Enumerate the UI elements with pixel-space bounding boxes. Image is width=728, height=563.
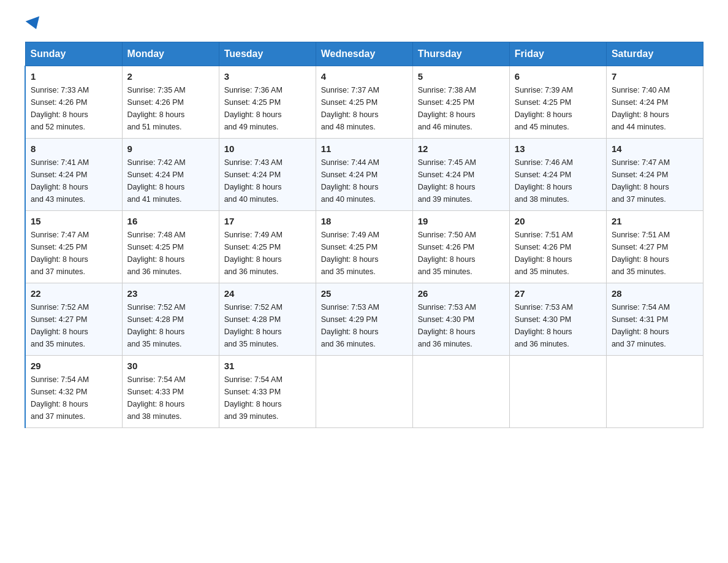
day-info: Sunrise: 7:51 AMSunset: 4:27 PMDaylight:… [612,231,670,276]
day-info: Sunrise: 7:35 AMSunset: 4:26 PMDaylight:… [127,86,186,131]
day-number: 10 [224,144,311,154]
calendar-day-cell: 10 Sunrise: 7:43 AMSunset: 4:24 PMDaylig… [219,139,316,211]
calendar-day-cell: 13 Sunrise: 7:46 AMSunset: 4:24 PMDaylig… [509,139,606,211]
day-number: 21 [612,216,698,226]
day-info: Sunrise: 7:40 AMSunset: 4:24 PMDaylight:… [612,86,670,131]
logo-blue-text [25,18,42,29]
day-info: Sunrise: 7:54 AMSunset: 4:33 PMDaylight:… [127,375,186,421]
calendar-day-cell [606,356,703,428]
day-number: 12 [418,144,504,154]
calendar-day-cell: 31 Sunrise: 7:54 AMSunset: 4:33 PMDaylig… [219,356,316,428]
day-number: 5 [418,71,504,82]
day-number: 20 [515,216,601,226]
day-info: Sunrise: 7:36 AMSunset: 4:25 PMDaylight:… [224,86,282,131]
day-info: Sunrise: 7:54 AMSunset: 4:33 PMDaylight:… [224,375,282,421]
calendar-day-cell [412,356,509,428]
calendar-day-cell: 19 Sunrise: 7:50 AMSunset: 4:26 PMDaylig… [412,211,509,283]
calendar-day-cell [316,356,412,428]
day-info: Sunrise: 7:44 AMSunset: 4:24 PMDaylight:… [321,158,379,204]
header-day: Tuesday [219,42,316,66]
calendar-week-row: 15 Sunrise: 7:47 AMSunset: 4:25 PMDaylig… [25,211,703,283]
header-day: Saturday [606,42,703,66]
header-day: Monday [122,42,219,66]
day-info: Sunrise: 7:53 AMSunset: 4:30 PMDaylight:… [418,303,476,348]
day-info: Sunrise: 7:53 AMSunset: 4:30 PMDaylight:… [515,303,573,348]
day-info: Sunrise: 7:47 AMSunset: 4:25 PMDaylight:… [31,231,89,276]
day-number: 19 [418,216,504,226]
day-number: 13 [515,144,601,154]
day-info: Sunrise: 7:45 AMSunset: 4:24 PMDaylight:… [418,158,476,204]
calendar-day-cell: 11 Sunrise: 7:44 AMSunset: 4:24 PMDaylig… [316,139,412,211]
day-number: 6 [515,71,601,82]
day-number: 14 [612,144,698,154]
calendar-day-cell: 30 Sunrise: 7:54 AMSunset: 4:33 PMDaylig… [122,356,219,428]
calendar-day-cell: 25 Sunrise: 7:53 AMSunset: 4:29 PMDaylig… [316,283,412,356]
calendar-week-row: 22 Sunrise: 7:52 AMSunset: 4:27 PMDaylig… [25,283,703,356]
calendar-day-cell: 24 Sunrise: 7:52 AMSunset: 4:28 PMDaylig… [219,283,316,356]
day-info: Sunrise: 7:51 AMSunset: 4:26 PMDaylight:… [515,231,573,276]
day-info: Sunrise: 7:33 AMSunset: 4:26 PMDaylight:… [31,86,89,131]
day-number: 3 [224,71,311,82]
header-day: Friday [509,42,606,66]
calendar-day-cell: 22 Sunrise: 7:52 AMSunset: 4:27 PMDaylig… [25,283,122,356]
page-header [25,18,703,29]
day-number: 7 [612,71,698,82]
calendar-day-cell: 15 Sunrise: 7:47 AMSunset: 4:25 PMDaylig… [25,211,122,283]
calendar-day-cell: 17 Sunrise: 7:49 AMSunset: 4:25 PMDaylig… [219,211,316,283]
day-info: Sunrise: 7:42 AMSunset: 4:24 PMDaylight:… [127,158,186,204]
calendar-day-cell: 3 Sunrise: 7:36 AMSunset: 4:25 PMDayligh… [219,66,316,139]
day-info: Sunrise: 7:41 AMSunset: 4:24 PMDaylight:… [31,158,89,204]
day-info: Sunrise: 7:49 AMSunset: 4:25 PMDaylight:… [224,231,282,276]
logo-triangle-icon [26,16,44,31]
calendar-day-cell: 12 Sunrise: 7:45 AMSunset: 4:24 PMDaylig… [412,139,509,211]
calendar-day-cell: 1 Sunrise: 7:33 AMSunset: 4:26 PMDayligh… [25,66,122,139]
day-info: Sunrise: 7:52 AMSunset: 4:27 PMDaylight:… [31,303,89,348]
calendar-day-cell: 27 Sunrise: 7:53 AMSunset: 4:30 PMDaylig… [509,283,606,356]
header-row: SundayMondayTuesdayWednesdayThursdayFrid… [25,42,703,66]
calendar-day-cell: 20 Sunrise: 7:51 AMSunset: 4:26 PMDaylig… [509,211,606,283]
day-info: Sunrise: 7:39 AMSunset: 4:25 PMDaylight:… [515,86,573,131]
day-info: Sunrise: 7:47 AMSunset: 4:24 PMDaylight:… [612,158,670,204]
day-info: Sunrise: 7:50 AMSunset: 4:26 PMDaylight:… [418,231,476,276]
calendar-day-cell [509,356,606,428]
calendar-day-cell: 21 Sunrise: 7:51 AMSunset: 4:27 PMDaylig… [606,211,703,283]
calendar-week-row: 29 Sunrise: 7:54 AMSunset: 4:32 PMDaylig… [25,356,703,428]
day-info: Sunrise: 7:52 AMSunset: 4:28 PMDaylight:… [224,303,282,348]
day-number: 4 [321,71,408,82]
day-number: 11 [321,144,408,154]
day-info: Sunrise: 7:52 AMSunset: 4:28 PMDaylight:… [127,303,186,348]
day-number: 1 [31,71,117,82]
calendar-day-cell: 29 Sunrise: 7:54 AMSunset: 4:32 PMDaylig… [25,356,122,428]
day-info: Sunrise: 7:38 AMSunset: 4:25 PMDaylight:… [418,86,476,131]
calendar-body: 1 Sunrise: 7:33 AMSunset: 4:26 PMDayligh… [25,66,703,428]
day-number: 23 [127,288,214,299]
day-number: 29 [31,361,117,371]
calendar-day-cell: 28 Sunrise: 7:54 AMSunset: 4:31 PMDaylig… [606,283,703,356]
day-number: 30 [127,361,214,371]
calendar-day-cell: 5 Sunrise: 7:38 AMSunset: 4:25 PMDayligh… [412,66,509,139]
calendar-day-cell: 4 Sunrise: 7:37 AMSunset: 4:25 PMDayligh… [316,66,412,139]
day-info: Sunrise: 7:54 AMSunset: 4:31 PMDaylight:… [612,303,670,348]
day-info: Sunrise: 7:46 AMSunset: 4:24 PMDaylight:… [515,158,573,204]
calendar-day-cell: 26 Sunrise: 7:53 AMSunset: 4:30 PMDaylig… [412,283,509,356]
day-number: 31 [224,361,311,371]
calendar-day-cell: 7 Sunrise: 7:40 AMSunset: 4:24 PMDayligh… [606,66,703,139]
day-info: Sunrise: 7:48 AMSunset: 4:25 PMDaylight:… [127,231,186,276]
calendar-week-row: 8 Sunrise: 7:41 AMSunset: 4:24 PMDayligh… [25,139,703,211]
day-number: 28 [612,288,698,299]
header-day: Thursday [412,42,509,66]
day-info: Sunrise: 7:43 AMSunset: 4:24 PMDaylight:… [224,158,282,204]
day-number: 22 [31,288,117,299]
day-info: Sunrise: 7:37 AMSunset: 4:25 PMDaylight:… [321,86,379,131]
day-info: Sunrise: 7:53 AMSunset: 4:29 PMDaylight:… [321,303,379,348]
calendar-day-cell: 6 Sunrise: 7:39 AMSunset: 4:25 PMDayligh… [509,66,606,139]
day-number: 25 [321,288,408,299]
day-number: 9 [127,144,214,154]
calendar-day-cell: 2 Sunrise: 7:35 AMSunset: 4:26 PMDayligh… [122,66,219,139]
day-number: 18 [321,216,408,226]
day-info: Sunrise: 7:49 AMSunset: 4:25 PMDaylight:… [321,231,379,276]
calendar-day-cell: 14 Sunrise: 7:47 AMSunset: 4:24 PMDaylig… [606,139,703,211]
day-number: 27 [515,288,601,299]
calendar-day-cell: 8 Sunrise: 7:41 AMSunset: 4:24 PMDayligh… [25,139,122,211]
calendar-day-cell: 18 Sunrise: 7:49 AMSunset: 4:25 PMDaylig… [316,211,412,283]
